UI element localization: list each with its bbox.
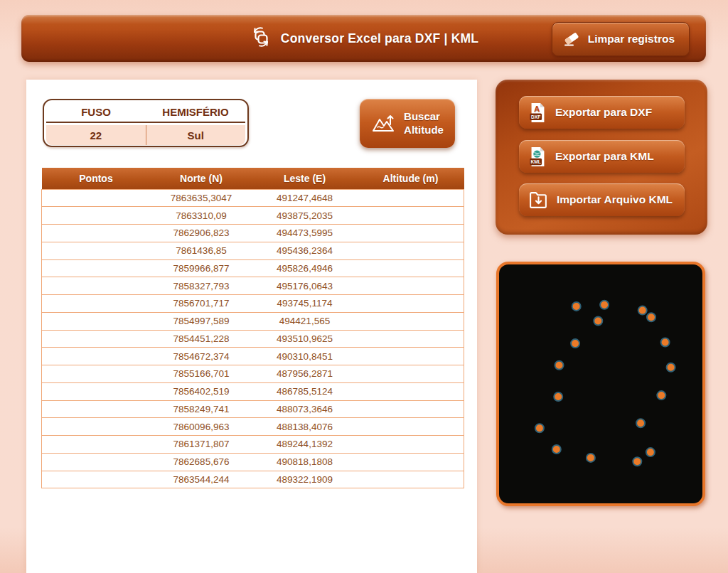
zone-box-value-row: 22 Sul (46, 125, 245, 145)
table-cell[interactable] (42, 400, 151, 418)
table-cell[interactable] (358, 330, 464, 348)
table-cell[interactable] (42, 189, 151, 207)
search-altitude-button[interactable]: Buscar Altitude (360, 99, 455, 148)
table-cell[interactable] (42, 312, 151, 330)
table-cell[interactable] (358, 189, 464, 207)
table-cell[interactable]: 7855166,701 (151, 365, 252, 383)
table-cell[interactable] (358, 207, 464, 225)
col-header-norte: Norte (N) (151, 168, 252, 189)
table-cell[interactable]: 489322,1909 (252, 471, 358, 488)
table-cell[interactable]: 7863635,3047 (151, 189, 252, 207)
chart-point (667, 363, 675, 372)
table-cell[interactable]: 489244,1392 (252, 436, 358, 454)
table-cell[interactable]: 493745,1174 (252, 295, 358, 313)
table-cell[interactable] (42, 225, 151, 242)
table-cell[interactable] (42, 365, 151, 383)
table-cell[interactable]: 487956,2871 (252, 365, 358, 383)
fuso-value-cell[interactable]: 22 (46, 125, 146, 145)
table-cell[interactable]: 7861436,85 (151, 242, 252, 259)
table-cell[interactable]: 7854672,374 (151, 348, 252, 365)
table-cell[interactable] (358, 365, 464, 383)
col-header-altitude: Altitude (m) (358, 168, 464, 189)
table-cell[interactable]: 495826,4946 (252, 259, 358, 277)
table-cell[interactable]: 7863544,244 (151, 471, 252, 488)
table-cell[interactable] (358, 348, 464, 365)
dxf-file-icon: A DXF (528, 102, 547, 123)
table-cell[interactable] (42, 471, 151, 488)
table-cell[interactable] (42, 242, 151, 259)
table-cell[interactable] (358, 225, 464, 242)
table-cell[interactable]: 490818,1808 (252, 453, 358, 471)
table-cell[interactable]: 493875,2035 (252, 207, 358, 225)
table-cell[interactable] (358, 400, 464, 418)
table-cell[interactable] (42, 330, 151, 348)
import-kml-button[interactable]: Importar Arquivo KML (519, 183, 685, 216)
table-cell[interactable]: 495436,2364 (252, 242, 358, 259)
table-row: 7854672,374490310,8451 (42, 348, 464, 365)
table-cell[interactable] (42, 207, 151, 225)
export-kml-button[interactable]: KML Exportar para KML (519, 140, 685, 173)
export-dxf-button[interactable]: A DXF Exportar para DXF (519, 96, 685, 129)
header-bar: Conversor Excel para DXF | KML Limpar re… (21, 15, 706, 62)
search-altitude-line2: Altitude (404, 124, 444, 136)
table-cell[interactable] (358, 312, 464, 330)
table-cell[interactable]: 7856701,717 (151, 295, 252, 313)
app-window: Conversor Excel para DXF | KML Limpar re… (0, 0, 728, 573)
table-cell[interactable] (358, 259, 464, 277)
chart-point (638, 306, 647, 315)
table-cell[interactable]: 494421,565 (252, 312, 358, 330)
clear-records-button[interactable]: Limpar registros (552, 22, 690, 56)
table-cell[interactable] (358, 453, 464, 471)
table-cell[interactable]: 490310,8451 (252, 348, 358, 365)
table-cell[interactable] (358, 471, 464, 488)
main-card: FUSO HEMISFÉRIO 22 Sul Buscar Altitude (26, 80, 477, 573)
table-cell[interactable]: 7858327,793 (151, 277, 252, 295)
chart-point (535, 424, 544, 432)
table-cell[interactable]: 495176,0643 (252, 277, 358, 295)
table-cell[interactable] (358, 436, 464, 454)
table-cell[interactable] (42, 436, 151, 454)
table-cell[interactable] (42, 295, 151, 313)
chart-point (646, 448, 655, 456)
table-cell[interactable] (42, 418, 151, 436)
table-row: 7858249,741488073,3646 (42, 400, 464, 418)
hemisferio-value-cell[interactable]: Sul (146, 125, 246, 145)
table-cell[interactable]: 7854997,589 (151, 312, 252, 330)
table-cell[interactable] (42, 259, 151, 277)
table-cell[interactable] (358, 418, 464, 436)
table-cell[interactable] (358, 277, 464, 295)
zone-hemisphere-box: FUSO HEMISFÉRIO 22 Sul (43, 99, 249, 147)
table-cell[interactable] (358, 242, 464, 259)
table-cell[interactable]: 7856402,519 (151, 382, 252, 400)
table-cell[interactable]: 7859966,877 (151, 259, 252, 277)
convert-icon (249, 25, 273, 52)
table-row: 7854997,589494421,565 (42, 312, 464, 330)
chart-point (587, 454, 595, 462)
table-cell[interactable] (42, 453, 151, 471)
table-cell[interactable]: 7861371,807 (151, 436, 252, 454)
table-cell[interactable]: 491247,4648 (252, 189, 358, 207)
table-cell[interactable]: 486785,5124 (252, 382, 358, 400)
hemisferio-header: HEMISFÉRIO (146, 102, 245, 122)
table-row: 7859966,877495826,4946 (42, 259, 464, 277)
chart-point (554, 392, 562, 401)
table-cell[interactable] (42, 277, 151, 295)
col-header-leste: Leste (E) (252, 168, 358, 189)
table-cell[interactable]: 493510,9625 (252, 330, 358, 348)
folder-import-icon (528, 191, 549, 210)
table-cell[interactable]: 7858249,741 (151, 400, 252, 418)
table-cell[interactable]: 494473,5995 (252, 225, 358, 242)
table-cell[interactable]: 7862685,676 (151, 453, 252, 471)
clear-records-label: Limpar registros (588, 33, 675, 45)
table-cell[interactable]: 488073,3646 (252, 400, 358, 418)
table-cell[interactable] (358, 295, 464, 313)
table-cell[interactable] (42, 348, 151, 365)
table-cell[interactable] (42, 382, 151, 400)
table-cell[interactable]: 7862906,823 (151, 225, 252, 242)
table-cell[interactable] (358, 382, 464, 400)
table-cell[interactable]: 7863310,09 (151, 207, 252, 225)
table-cell[interactable]: 488138,4076 (252, 418, 358, 436)
table-cell[interactable]: 7854451,228 (151, 330, 252, 348)
table-cell[interactable]: 7860096,963 (151, 418, 252, 436)
table-row: 7861371,807489244,1392 (42, 436, 464, 454)
